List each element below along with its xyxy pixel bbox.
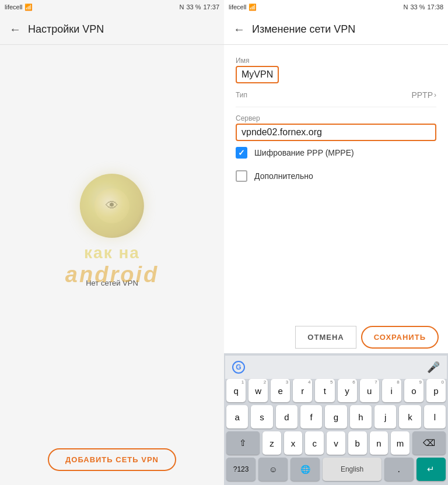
watermark-line2: android xyxy=(65,262,159,287)
page-title-left: Настройки VPN xyxy=(28,23,104,36)
key-emoji[interactable]: ☺ xyxy=(258,458,288,481)
key-i[interactable]: i8 xyxy=(382,379,401,402)
key-m[interactable]: m xyxy=(391,431,410,455)
save-button[interactable]: СОХРАНИТЬ xyxy=(361,326,439,349)
key-period[interactable]: . xyxy=(384,458,414,481)
key-o[interactable]: o9 xyxy=(404,379,424,402)
type-label: Тип xyxy=(236,91,247,99)
status-right-left: N 33 % 17:37 xyxy=(179,3,219,10)
additional-label: Дополнительно xyxy=(254,171,313,181)
key-globe[interactable]: 🌐 xyxy=(290,458,320,481)
form-section: Имя MyVPN Тип PPTP › Сервер vpnde02.forn… xyxy=(224,45,448,321)
toolbar-right: ← Изменение сети VPN xyxy=(224,14,448,44)
key-v[interactable]: v xyxy=(327,431,345,455)
key-x[interactable]: x xyxy=(284,431,303,455)
signal-left: 📶 xyxy=(24,3,33,11)
keyboard-row-4: ?123 ☺ 🌐 English . ↵ xyxy=(225,458,447,481)
nfc-icon-left: N xyxy=(179,3,184,10)
page-title-right: Изменение сети VPN xyxy=(252,23,355,36)
status-left: lifecell 📶 xyxy=(5,3,33,11)
server-field-container: Сервер vpnde02.fornex.org xyxy=(236,114,436,141)
left-panel: lifecell 📶 N 33 % 17:37 ← Настройки VPN … xyxy=(0,0,224,485)
encryption-checkbox[interactable]: ✓ xyxy=(236,147,247,159)
watermark-line1: как на xyxy=(65,244,159,262)
encryption-label: Шифрование PPP (MPPE) xyxy=(254,148,354,157)
key-lang[interactable]: English xyxy=(323,458,381,481)
name-input[interactable]: MyVPN xyxy=(236,66,279,83)
cancel-button[interactable]: ОТМЕНА xyxy=(295,326,356,349)
key-symbols[interactable]: ?123 xyxy=(226,458,256,481)
nfc-icon-right: N xyxy=(403,3,408,10)
key-n[interactable]: n xyxy=(370,431,388,455)
key-l[interactable]: l xyxy=(424,405,446,428)
keyboard-row-2: a s d f g h j k l xyxy=(225,405,447,428)
action-buttons: ОТМЕНА СОХРАНИТЬ xyxy=(224,321,448,353)
status-right-info: N 33 % 17:38 xyxy=(403,3,443,10)
key-shift[interactable]: ⇧ xyxy=(226,431,260,455)
key-h[interactable]: h xyxy=(350,405,372,428)
encryption-row[interactable]: ✓ Шифрование PPP (MPPE) xyxy=(236,141,436,164)
key-w[interactable]: w2 xyxy=(249,379,268,402)
key-k[interactable]: k xyxy=(399,405,421,428)
key-y[interactable]: y6 xyxy=(338,379,357,402)
key-f[interactable]: f xyxy=(300,405,322,428)
status-bar-right: lifecell 📶 N 33 % 17:38 xyxy=(224,0,448,14)
left-content: 👁 как на android Нет сетей VPN xyxy=(0,45,224,439)
key-c[interactable]: c xyxy=(305,431,324,455)
carrier-left: lifecell xyxy=(5,3,23,10)
battery-right: 33 % xyxy=(410,3,425,10)
back-button-left[interactable]: ← xyxy=(9,23,21,36)
key-e[interactable]: e3 xyxy=(271,379,290,402)
type-value: PPTP › xyxy=(411,90,436,100)
key-p[interactable]: p0 xyxy=(426,379,446,402)
watermark: 👁 как на android xyxy=(65,174,159,287)
add-vpn-button-container: ДОБАВИТЬ СЕТЬ VPN xyxy=(0,439,224,480)
server-label: Сервер xyxy=(236,114,436,122)
inner-circle: 👁 xyxy=(94,188,130,223)
additional-checkbox[interactable] xyxy=(236,170,247,182)
eye-icon: 👁 xyxy=(106,198,118,213)
name-label: Имя xyxy=(236,57,436,65)
server-input[interactable]: vpnde02.fornex.org xyxy=(236,124,436,141)
key-b[interactable]: b xyxy=(348,431,367,455)
key-d[interactable]: d xyxy=(276,405,298,428)
status-right-carrier: lifecell 📶 xyxy=(229,3,257,11)
key-s[interactable]: s xyxy=(251,405,272,428)
key-t[interactable]: t5 xyxy=(315,379,334,402)
key-delete[interactable]: ⌫ xyxy=(412,431,446,455)
back-button-right[interactable]: ← xyxy=(233,23,245,36)
keyboard: G 🎤 q1 w2 e3 r4 t5 y6 u7 i8 o9 p0 a s d … xyxy=(224,353,448,485)
key-g[interactable]: g xyxy=(325,405,346,428)
signal-right: 📶 xyxy=(249,3,257,11)
key-j[interactable]: j xyxy=(374,405,396,428)
type-row[interactable]: Тип PPTP › xyxy=(236,83,436,107)
keyboard-toolbar: G 🎤 xyxy=(225,356,447,379)
key-z[interactable]: z xyxy=(262,431,281,455)
key-r[interactable]: r4 xyxy=(293,379,312,402)
watermark-circle: 👁 xyxy=(80,174,144,238)
keyboard-row-3: ⇧ z x c v b n m ⌫ xyxy=(225,431,447,455)
key-u[interactable]: u7 xyxy=(360,379,379,402)
right-panel: lifecell 📶 N 33 % 17:38 ← Изменение сети… xyxy=(224,0,448,485)
time-left: 17:37 xyxy=(203,3,219,10)
add-vpn-button[interactable]: ДОБАВИТЬ СЕТЬ VPN xyxy=(48,448,176,471)
toolbar-left: ← Настройки VPN xyxy=(0,14,224,44)
additional-row[interactable]: Дополнительно xyxy=(236,164,436,188)
name-field-container: Имя MyVPN xyxy=(236,57,436,83)
status-bar-left: lifecell 📶 N 33 % 17:37 xyxy=(0,0,224,14)
carrier-right: lifecell xyxy=(229,3,247,10)
google-icon: G xyxy=(232,361,245,374)
battery-left: 33 % xyxy=(186,3,201,10)
keyboard-row-1: q1 w2 e3 r4 t5 y6 u7 i8 o9 p0 xyxy=(225,379,447,402)
key-a[interactable]: a xyxy=(226,405,248,428)
time-right: 17:38 xyxy=(427,3,443,10)
checkmark-icon: ✓ xyxy=(238,148,245,157)
mic-icon[interactable]: 🎤 xyxy=(427,361,440,374)
key-q[interactable]: q1 xyxy=(226,379,246,402)
key-enter[interactable]: ↵ xyxy=(416,458,446,481)
